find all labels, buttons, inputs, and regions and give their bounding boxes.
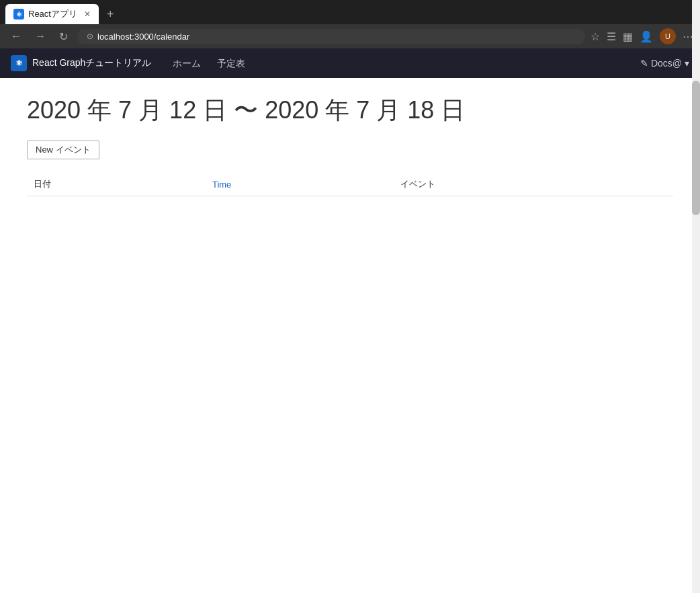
refresh-btn[interactable]: ↻ xyxy=(55,29,72,44)
app-logo: ⚛ React Graphチュートリアル xyxy=(11,55,151,71)
tab-bar: ⚛ Reactアプリ ✕ + xyxy=(0,0,700,24)
address-bar[interactable]: ⊙ localhost:3000/calendar xyxy=(77,29,585,44)
docs-external-icon: ✎ xyxy=(640,58,648,69)
back-btn[interactable]: ← xyxy=(7,29,26,44)
scrollbar-thumb[interactable] xyxy=(692,81,700,212)
reading-list-icon[interactable]: ☰ xyxy=(607,30,616,43)
scrollbar[interactable] xyxy=(692,0,700,212)
tab-title: Reactアプリ xyxy=(28,8,77,20)
docs-label: Docs@ xyxy=(651,58,682,69)
header-row: 日付 Time イベント xyxy=(27,173,673,196)
calendar-header: 日付 Time イベント xyxy=(27,173,673,196)
globe-icon: ⊙ xyxy=(87,32,93,41)
col-time: Time xyxy=(206,173,394,196)
address-text: localhost:3000/calendar xyxy=(97,32,189,42)
profile-icon[interactable]: 👤 xyxy=(640,30,653,43)
tab-close-btn[interactable]: ✕ xyxy=(84,9,91,19)
app-nav: ⚛ React Graphチュートリアル ホーム 予定表 ✎ Docs@ ▾ xyxy=(0,48,700,78)
app-nav-right: ✎ Docs@ ▾ xyxy=(640,58,689,69)
col-event: イベント xyxy=(394,173,673,196)
main-content: 2020 年 7 月 12 日 〜 2020 年 7 月 18 日 New イベ… xyxy=(0,78,700,212)
nav-link-home[interactable]: ホーム xyxy=(165,48,209,78)
calendar-table: 日付 Time イベント xyxy=(27,173,673,196)
user-avatar[interactable]: U xyxy=(660,28,676,44)
tab-favicon: ⚛ xyxy=(13,9,24,19)
docs-dropdown-icon[interactable]: ▾ xyxy=(685,58,689,69)
browser-chrome: ⚛ Reactアプリ ✕ + ← → ↻ ⊙ localhost:3000/ca… xyxy=(0,0,700,48)
collections-icon[interactable]: ▦ xyxy=(623,30,633,43)
app-logo-icon: ⚛ xyxy=(11,55,27,71)
app-logo-label: React Graphチュートリアル xyxy=(32,57,151,69)
nav-link-calendar[interactable]: 予定表 xyxy=(209,48,253,78)
forward-btn[interactable]: → xyxy=(31,29,50,44)
week-title: 2020 年 7 月 12 日 〜 2020 年 7 月 18 日 xyxy=(27,94,673,127)
browser-toolbar: ☆ ☰ ▦ 👤 U ⋯ xyxy=(590,28,693,44)
new-event-button[interactable]: New イベント xyxy=(27,141,99,159)
address-bar-row: ← → ↻ ⊙ localhost:3000/calendar ☆ ☰ ▦ 👤 … xyxy=(0,24,700,48)
new-tab-btn[interactable]: + xyxy=(101,5,120,24)
docs-link[interactable]: ✎ Docs@ ▾ xyxy=(640,58,689,69)
col-date: 日付 xyxy=(27,173,206,196)
favorites-icon[interactable]: ☆ xyxy=(590,30,600,43)
active-tab[interactable]: ⚛ Reactアプリ ✕ xyxy=(5,4,99,24)
